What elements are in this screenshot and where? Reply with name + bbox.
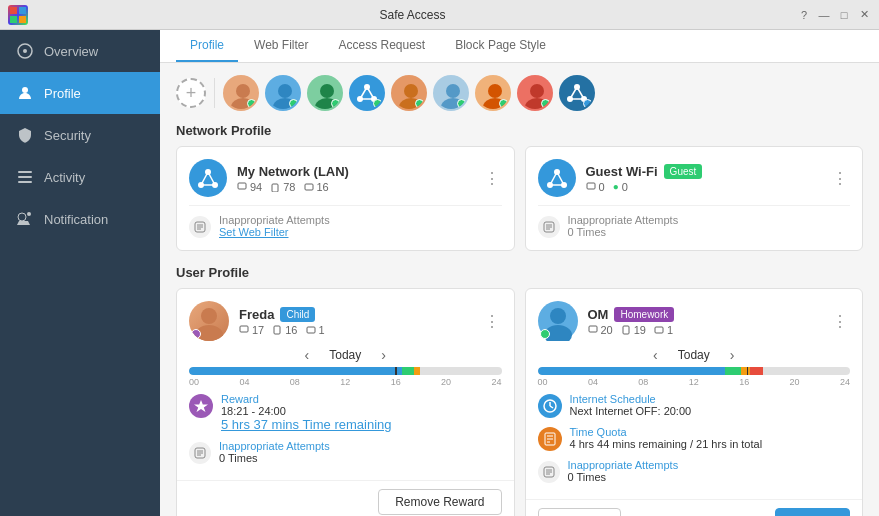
om-menu-button[interactable]: ⋮ <box>830 310 850 333</box>
svg-point-5 <box>23 49 27 53</box>
titlebar: Safe Access ? — □ ✕ <box>0 0 879 30</box>
om-timeline-prev[interactable]: ‹ <box>649 347 662 363</box>
tab-blockpage[interactable]: Block Page Style <box>441 30 560 62</box>
freda-header: Freda Child 17 <box>189 301 502 341</box>
pause-all-button[interactable]: Pause all <box>538 508 621 516</box>
sidebar-item-overview-label: Overview <box>44 44 98 59</box>
minimize-button[interactable]: — <box>817 8 831 22</box>
freda-timeline-bar-blue <box>189 367 402 375</box>
avatar-network-2[interactable] <box>559 75 595 111</box>
sidebar-item-profile[interactable]: Profile <box>0 72 160 114</box>
sidebar-item-notification[interactable]: Notification <box>0 198 160 240</box>
network-card-lan: My Network (LAN) 94 78 <box>176 146 515 251</box>
lan-menu-button[interactable]: ⋮ <box>482 167 502 190</box>
set-web-filter-link[interactable]: Set Web Filter <box>219 226 330 238</box>
help-button[interactable]: ? <box>797 8 811 22</box>
freda-timeline-next[interactable]: › <box>377 347 390 363</box>
avatar-6[interactable] <box>433 75 469 111</box>
reward-button[interactable]: Reward <box>775 508 850 516</box>
sidebar-item-activity-label: Activity <box>44 170 85 185</box>
wifi-stats: 0 ● 0 <box>586 181 821 193</box>
svg-point-62 <box>201 308 217 324</box>
wifi-menu-button[interactable]: ⋮ <box>830 167 850 190</box>
om-timeline-nav: ‹ Today › <box>538 347 851 363</box>
avatar-8[interactable] <box>517 75 553 111</box>
om-avatar <box>538 301 578 341</box>
remove-reward-button[interactable]: Remove Reward <box>378 489 501 515</box>
window-controls: ? — □ ✕ <box>797 8 871 22</box>
freda-timeline-cursor <box>395 367 397 375</box>
om-timeline: 00 04 08 12 16 20 24 <box>538 367 851 387</box>
freda-reward-time: 18:21 - 24:00 <box>221 405 392 417</box>
svg-point-6 <box>22 87 28 93</box>
freda-timeline-bar-green <box>402 367 415 375</box>
lan-attempts-icon <box>189 216 211 238</box>
avatar-5[interactable] <box>391 75 427 111</box>
wifi-stat-1: 0 <box>586 181 605 193</box>
svg-line-36 <box>577 87 584 99</box>
svg-rect-2 <box>10 16 17 23</box>
svg-rect-76 <box>655 327 663 333</box>
wifi-stat-2: ● 0 <box>613 181 628 193</box>
avatar-2[interactable] <box>265 75 301 111</box>
om-schedule-row: Internet Schedule Next Internet OFF: 20:… <box>538 393 851 418</box>
freda-reward-icon <box>189 394 213 418</box>
svg-point-30 <box>530 84 544 98</box>
network-card-wifi: Guest Wi-Fi Guest 0 ● 0 <box>525 146 864 251</box>
svg-rect-74 <box>589 326 597 332</box>
svg-point-26 <box>446 84 460 98</box>
svg-line-79 <box>550 406 553 408</box>
svg-rect-57 <box>587 183 595 189</box>
om-quota-label: Time Quota <box>570 426 763 438</box>
lan-divider <box>189 205 502 206</box>
lan-title-area: My Network (LAN) 94 78 <box>237 164 472 193</box>
svg-rect-8 <box>18 176 32 178</box>
close-button[interactable]: ✕ <box>857 8 871 22</box>
tab-webfilter[interactable]: Web Filter <box>240 30 322 62</box>
lan-stat-3: 16 <box>304 181 329 193</box>
svg-rect-45 <box>272 184 278 192</box>
svg-rect-1 <box>19 7 26 14</box>
om-timeline-bar-green <box>725 367 741 375</box>
svg-point-10 <box>18 213 26 221</box>
freda-menu-button[interactable]: ⋮ <box>482 310 502 333</box>
wifi-attempts-row: Inappropriate Attempts 0 Times <box>538 214 851 238</box>
om-schedule-label: Internet Schedule <box>570 393 692 405</box>
tab-accessrequest[interactable]: Access Request <box>324 30 439 62</box>
avatar-7[interactable] <box>475 75 511 111</box>
wifi-attempts-icon <box>538 216 560 238</box>
sidebar-item-profile-label: Profile <box>44 86 81 101</box>
avatar-3[interactable] <box>307 75 343 111</box>
security-icon <box>16 126 34 144</box>
freda-badge: Child <box>280 307 315 322</box>
tab-bar: Profile Web Filter Access Request Block … <box>160 30 879 63</box>
avatar-network-1[interactable] <box>349 75 385 111</box>
om-quota-icon <box>538 427 562 451</box>
sidebar-item-security[interactable]: Security <box>0 114 160 156</box>
svg-rect-46 <box>305 184 313 190</box>
avatar-1[interactable] <box>223 75 259 111</box>
add-user-button[interactable]: + <box>176 78 206 108</box>
svg-line-55 <box>557 172 564 185</box>
freda-reward-remaining[interactable]: 5 hrs 37 mins Time remaining <box>221 417 392 432</box>
svg-rect-7 <box>18 171 32 173</box>
content-area: + <box>160 63 879 516</box>
sidebar-item-notification-label: Notification <box>44 212 108 227</box>
maximize-button[interactable]: □ <box>837 8 851 22</box>
sidebar-item-overview[interactable]: Overview <box>0 30 160 72</box>
om-card-footer: Pause all Reward <box>526 499 863 516</box>
om-timeline-next[interactable]: › <box>726 347 739 363</box>
freda-timeline-bar-orange <box>414 367 420 375</box>
wifi-divider <box>538 205 851 206</box>
svg-rect-65 <box>274 326 280 334</box>
svg-rect-9 <box>18 181 32 183</box>
lan-attempts-text: Inappropriate Attempts Set Web Filter <box>219 214 330 238</box>
wifi-attempts-text: Inappropriate Attempts 0 Times <box>568 214 679 238</box>
om-quota-info: Time Quota 4 hrs 44 mins remaining / 21 … <box>570 426 763 450</box>
tab-profile[interactable]: Profile <box>176 30 238 62</box>
freda-timeline-prev[interactable]: ‹ <box>301 347 314 363</box>
app-logo <box>8 5 28 25</box>
om-quota-row: Time Quota 4 hrs 44 mins remaining / 21 … <box>538 426 851 451</box>
om-name: OM <box>588 307 609 322</box>
sidebar-item-activity[interactable]: Activity <box>0 156 160 198</box>
